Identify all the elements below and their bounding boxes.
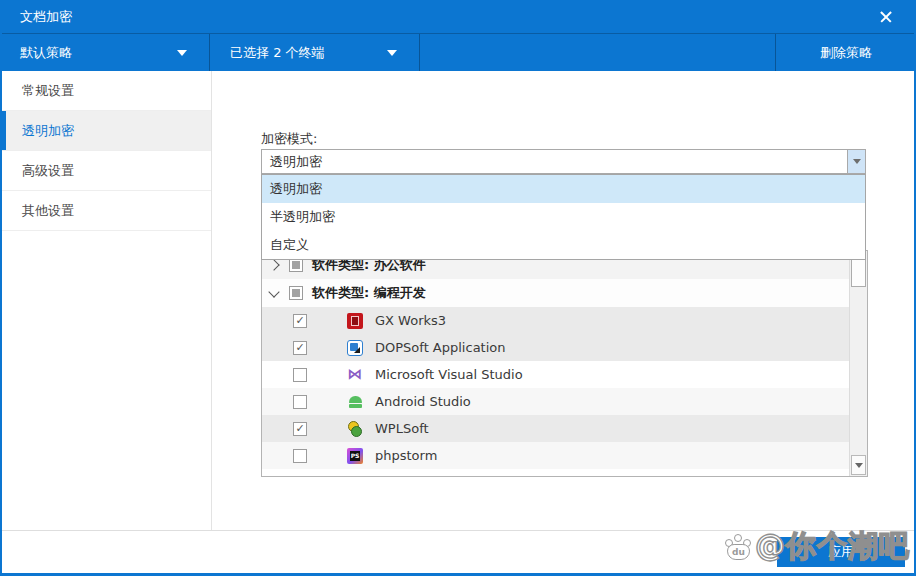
tree-app-row[interactable]: GX Works3 [262, 307, 849, 334]
settings-sidebar: 常规设置透明加密高级设置其他设置 [2, 71, 212, 530]
encryption-mode-value: 透明加密 [262, 153, 847, 171]
chevron-down-icon[interactable] [268, 286, 279, 297]
visual-studio-icon [347, 367, 363, 383]
delete-policy-label: 删除策略 [820, 44, 872, 62]
encryption-mode-popup: 透明加密半透明加密自定义 [261, 174, 866, 260]
app-name: phpstorm [375, 448, 437, 463]
checkbox[interactable] [293, 395, 307, 409]
checkbox[interactable] [293, 422, 307, 436]
tree-app-row[interactable]: Microsoft Visual Studio [262, 361, 849, 388]
dopsoft-icon [347, 340, 363, 356]
app-name: DOPSoft Application [375, 340, 506, 355]
chevron-down-icon [387, 50, 397, 56]
wplsoft-icon [347, 421, 363, 437]
delete-policy-button[interactable]: 删除策略 [776, 34, 916, 71]
terminals-dropdown-label: 已选择 2 个终端 [230, 44, 325, 62]
mode-option-0[interactable]: 透明加密 [262, 175, 865, 203]
software-tree: 软件类型: 办公软件软件类型: 编程开发GX Works3DOPSoft App… [261, 250, 868, 477]
dialog-body: 常规设置透明加密高级设置其他设置 加密模式: 透明加密 软件类型: 办公软件软件… [2, 71, 914, 530]
checkbox[interactable] [293, 314, 307, 328]
tristate-checkbox[interactable] [289, 258, 303, 272]
scrollbar-down-button[interactable] [851, 455, 866, 475]
toolbar: 默认策略 已选择 2 个终端 删除策略 [0, 33, 916, 71]
mode-option-2[interactable]: 自定义 [262, 231, 865, 259]
android-studio-icon [347, 394, 363, 410]
tree-app-row[interactable]: EditPlus [262, 469, 849, 476]
checkbox[interactable] [293, 368, 307, 382]
software-tree-rows: 软件类型: 办公软件软件类型: 编程开发GX Works3DOPSoft App… [262, 251, 849, 476]
toolbar-spacer [420, 34, 776, 71]
tristate-checkbox[interactable] [289, 286, 303, 300]
checkbox[interactable] [293, 449, 307, 463]
chevron-down-icon [177, 50, 187, 56]
group-label: 软件类型: 编程开发 [312, 284, 426, 302]
encryption-mode-select[interactable]: 透明加密 [261, 149, 866, 174]
tree-app-row[interactable]: WPLSoft [262, 415, 849, 442]
titlebar: 文档加密 [0, 0, 916, 33]
gx-works3-icon [347, 313, 363, 329]
app-name: Microsoft Visual Studio [375, 367, 523, 382]
chevron-right-icon[interactable] [268, 259, 279, 270]
policy-dropdown[interactable]: 默认策略 [0, 34, 210, 71]
tree-app-row[interactable]: Android Studio [262, 388, 849, 415]
close-button[interactable] [876, 7, 896, 27]
window-title: 文档加密 [20, 8, 72, 26]
sidebar-item-1[interactable]: 透明加密 [2, 111, 211, 151]
tree-app-row[interactable]: phpstorm [262, 442, 849, 469]
apply-button[interactable]: 应用 [777, 537, 905, 567]
policy-dropdown-label: 默认策略 [20, 44, 72, 62]
document-encryption-window: 文档加密 默认策略 已选择 2 个终端 删除策略 常规设置透明加密高级设置其他设… [0, 0, 916, 576]
encryption-mode-label: 加密模式: [261, 130, 317, 148]
sidebar-item-2[interactable]: 高级设置 [2, 151, 211, 191]
phpstorm-icon [347, 448, 363, 464]
checkbox[interactable] [293, 476, 307, 477]
close-icon [876, 7, 896, 27]
footer-bar: 应用 [2, 530, 914, 573]
tree-group-row[interactable]: 软件类型: 编程开发 [262, 279, 849, 307]
tree-app-row[interactable]: DOPSoft Application [262, 334, 849, 361]
app-name: EditPlus [373, 475, 425, 476]
mode-option-1[interactable]: 半透明加密 [262, 203, 865, 231]
app-name: WPLSoft [375, 421, 429, 436]
app-name: GX Works3 [375, 313, 446, 328]
checkbox[interactable] [293, 341, 307, 355]
terminals-dropdown[interactable]: 已选择 2 个终端 [210, 34, 420, 71]
transparent-encryption-panel: 加密模式: 透明加密 软件类型: 办公软件软件类型: 编程开发GX Works3… [212, 71, 914, 530]
app-name: Android Studio [375, 394, 471, 409]
select-arrow-button[interactable] [847, 150, 865, 173]
editplus-icon [347, 476, 361, 477]
sidebar-item-3[interactable]: 其他设置 [2, 191, 211, 231]
sidebar-item-0[interactable]: 常规设置 [2, 71, 211, 111]
vertical-scrollbar[interactable] [849, 251, 867, 476]
